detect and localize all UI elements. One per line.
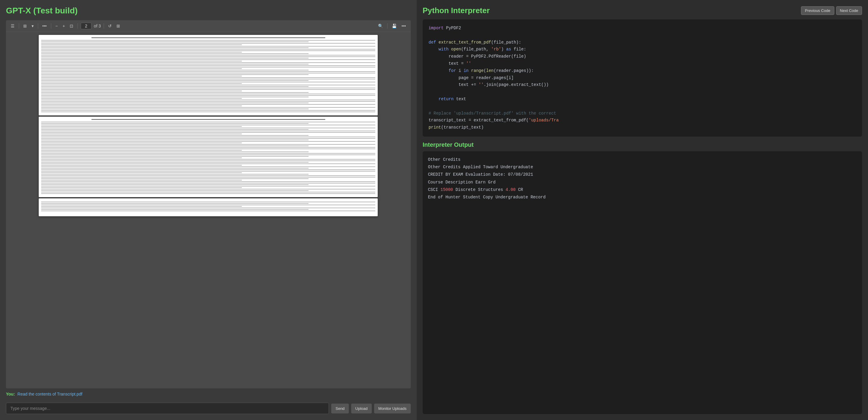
toolbar-zoom-out[interactable]: −	[54, 23, 59, 29]
output-section: Interpreter Output Other Credits Other C…	[423, 141, 862, 414]
nav-buttons: Previous Code Next Code	[801, 6, 862, 15]
monitor-button[interactable]: Monitor Uploads	[374, 403, 411, 414]
output-line-3: CREDIT BY EXAM Evaluation Date: 07/08/20…	[428, 171, 857, 178]
send-button[interactable]: Send	[331, 403, 348, 414]
divider-4	[78, 23, 78, 29]
interpreter-title: Python Interpreter	[423, 6, 490, 15]
output-line-5: CSCI 15000 Discrete Structures 4.00 CR	[428, 186, 857, 194]
page-number-input[interactable]: 2	[81, 23, 91, 29]
code-block: import PyPDF2 def extract_text_from_pdf(…	[423, 19, 862, 137]
toolbar-extra-icon[interactable]: •••	[400, 23, 407, 29]
right-header: Python Interpreter Previous Code Next Co…	[423, 6, 862, 15]
pdf-viewer: ☰ ⊞ ▾ ••• − + ⊡ 2 of 3 ↺ ⊞ 🔍 💾 •••	[6, 20, 411, 388]
toolbar-fit-icon[interactable]: ⊡	[68, 23, 74, 29]
app-title: GPT-X (Test build)	[6, 6, 411, 16]
output-line-6: End of Hunter Student Copy Undergraduate…	[428, 194, 857, 201]
output-line-1: Other Credits	[428, 156, 857, 164]
output-line-4: Course Description Earn Grd	[428, 179, 857, 186]
upload-button[interactable]: Upload	[351, 403, 372, 414]
toolbar-rotate-icon[interactable]: ↺	[107, 23, 113, 29]
input-row: Send Upload Monitor Uploads	[6, 403, 411, 414]
page-total: of 3	[94, 24, 101, 28]
divider-5	[104, 23, 104, 29]
pdf-page-2	[39, 117, 378, 197]
you-label: You:	[6, 392, 15, 396]
toolbar-save-icon[interactable]: 💾	[391, 23, 398, 29]
pdf-content	[6, 32, 411, 388]
prev-code-button[interactable]: Previous Code	[801, 6, 834, 15]
next-code-button[interactable]: Next Code	[836, 6, 862, 15]
pdf-page-1	[39, 35, 378, 115]
divider-6	[387, 23, 388, 29]
toolbar-list-icon[interactable]: ☰	[9, 23, 16, 29]
right-panel: Python Interpreter Previous Code Next Co…	[417, 0, 868, 420]
divider-1	[19, 23, 19, 29]
toolbar-zoom-in[interactable]: +	[61, 23, 66, 29]
toolbar-expand-icon[interactable]: ⊞	[115, 23, 121, 29]
output-title: Interpreter Output	[423, 141, 862, 148]
toolbar-dropdown-icon[interactable]: ▾	[30, 23, 35, 29]
message-input[interactable]	[6, 403, 329, 414]
you-message: Read the contents of Transcript.pdf	[18, 392, 83, 396]
output-line-2: Other Credits Applied Toward Undergradua…	[428, 164, 857, 171]
pdf-toolbar: ☰ ⊞ ▾ ••• − + ⊡ 2 of 3 ↺ ⊞ 🔍 💾 •••	[6, 20, 411, 32]
divider-3	[51, 23, 51, 29]
output-block: Other Credits Other Credits Applied Towa…	[423, 151, 862, 414]
left-panel: GPT-X (Test build) ☰ ⊞ ▾ ••• − + ⊡ 2 of …	[0, 0, 417, 420]
toolbar-bookmark-icon[interactable]: ⊞	[22, 23, 28, 29]
pdf-page-3	[39, 198, 378, 216]
divider-2	[38, 23, 38, 29]
toolbar-search-icon[interactable]: 🔍	[377, 23, 384, 29]
chat-area: You: Read the contents of Transcript.pdf	[6, 388, 411, 399]
toolbar-more-icon[interactable]: •••	[41, 23, 48, 29]
